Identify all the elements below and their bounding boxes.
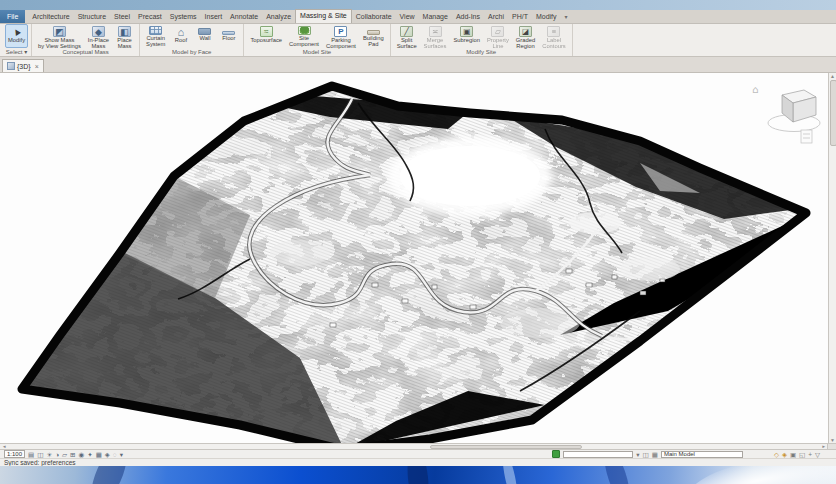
- panel-label-model-site[interactable]: Model Site: [247, 48, 386, 56]
- scroll-right-icon[interactable]: ►: [822, 444, 826, 449]
- tab-archi[interactable]: Archi: [484, 11, 508, 23]
- selection-toggles: ◇ ◈ ▣ ◱ + ▽: [774, 451, 820, 458]
- ribbon-overflow-icon[interactable]: ▾: [561, 11, 572, 23]
- panel-label-conceptual-mass[interactable]: Conceptual Mass: [35, 48, 136, 56]
- select-by-face-icon[interactable]: ◱: [799, 451, 805, 458]
- parking-component-button[interactable]: P Parking Component: [323, 24, 359, 48]
- panel-model-by-face: Curtain System ⌂ Roof Wall Floor: [140, 24, 244, 56]
- tab-modify[interactable]: Modify: [532, 11, 561, 23]
- status-bar: Sync saved: preferences: [0, 458, 836, 466]
- scroll-up-icon[interactable]: ▲: [829, 73, 836, 79]
- curtain-system-icon: [149, 26, 162, 35]
- active-workset-select[interactable]: [563, 451, 633, 458]
- tab-structure[interactable]: Structure: [74, 11, 110, 23]
- select-pinned-icon[interactable]: ▣: [790, 451, 796, 458]
- control-bar-expand-icon[interactable]: ▾: [120, 451, 123, 458]
- tab-architecture[interactable]: Architecture: [28, 11, 73, 23]
- graded-region-icon: ◪: [519, 26, 532, 37]
- tab-insert[interactable]: Insert: [201, 11, 227, 23]
- tab-collaborate[interactable]: Collaborate: [352, 11, 396, 23]
- workset-caret-icon[interactable]: ▾: [636, 451, 639, 458]
- detail-level-icon[interactable]: ▤: [28, 451, 34, 458]
- panel-label-select[interactable]: Select ▾: [5, 48, 28, 56]
- shadows-icon[interactable]: ◑: [55, 451, 59, 458]
- in-place-mass-button[interactable]: ◆ In-Place Mass: [85, 24, 112, 48]
- show-mass-icon: ◩: [53, 26, 66, 37]
- vertical-scrollbar[interactable]: ▲ ▼: [828, 73, 836, 443]
- tab-massing-site[interactable]: Massing & Site: [295, 9, 352, 23]
- wallpaper-streak: [500, 466, 520, 484]
- show-mass-button[interactable]: ◩ Show Mass by View Settings: [35, 24, 84, 48]
- toposurface-icon: ≈: [260, 26, 273, 37]
- tab-manage[interactable]: Manage: [419, 11, 452, 23]
- view-tab-3d[interactable]: {3D} ×: [2, 59, 44, 72]
- tab-view[interactable]: View: [396, 11, 419, 23]
- view-scale-button[interactable]: 1:100: [4, 450, 25, 458]
- tab-steel[interactable]: Steel: [110, 11, 134, 23]
- tab-annotate[interactable]: Annotate: [226, 11, 262, 23]
- navigation-bar[interactable]: [801, 130, 812, 143]
- panel-label-model-by-face[interactable]: Model by Face: [143, 48, 240, 56]
- design-options-icon[interactable]: ▦: [652, 451, 658, 458]
- svg-text:⌂: ⌂: [752, 84, 758, 95]
- toposurface-button[interactable]: ≈ Toposurface: [247, 24, 285, 48]
- tab-systems[interactable]: Systems: [166, 11, 201, 23]
- property-line-icon: ▱: [491, 26, 504, 37]
- tab-add-ins[interactable]: Add-Ins: [452, 11, 484, 23]
- viewcube[interactable]: ⌂: [752, 84, 820, 132]
- panel-modify-site: ╱ Split Surface ≍ Merge Surfaces ▣ Subre…: [391, 24, 573, 56]
- tab-file[interactable]: File: [0, 10, 25, 23]
- visual-style-icon[interactable]: ◫: [37, 451, 43, 458]
- close-view-icon[interactable]: ×: [35, 63, 39, 70]
- roof-button[interactable]: ⌂ Roof: [169, 24, 192, 48]
- place-mass-button[interactable]: ◧ Place Mass: [113, 24, 136, 48]
- select-underlay-icon[interactable]: ◈: [782, 451, 787, 458]
- temporary-view-properties-icon[interactable]: ▦: [96, 451, 102, 458]
- scroll-left-icon[interactable]: ◄: [2, 444, 6, 449]
- view-tab-bar: {3D} ×: [0, 57, 836, 73]
- horizontal-scroll-thumb[interactable]: [430, 445, 582, 449]
- drawing-area[interactable]: ⌂ ▲ ▼: [0, 73, 836, 443]
- editable-only-icon[interactable]: ◫: [643, 451, 649, 458]
- curtain-system-button[interactable]: Curtain System: [143, 24, 168, 48]
- design-options-select[interactable]: Main Model: [661, 451, 743, 458]
- tab-analyze[interactable]: Analyze: [262, 11, 295, 23]
- wallpaper-streak: [405, 466, 431, 484]
- site-component-button[interactable]: Site Component: [286, 24, 322, 48]
- parking-icon: P: [334, 26, 347, 37]
- graded-region-button[interactable]: ◪ Graded Region: [513, 24, 538, 48]
- desktop-wallpaper-top: [0, 0, 836, 10]
- split-surface-button[interactable]: ╱ Split Surface: [394, 24, 420, 48]
- vertical-scroll-thumb[interactable]: [830, 80, 836, 146]
- subregion-button[interactable]: ▣ Subregion: [451, 24, 483, 48]
- status-text: Sync saved: preferences: [4, 459, 76, 466]
- hide-analytical-model-icon[interactable]: ◈: [105, 451, 110, 458]
- reveal-constraints-icon[interactable]: ◌: [113, 451, 117, 458]
- temporary-hide-isolate-icon[interactable]: ◉: [79, 451, 85, 458]
- roof-icon: ⌂: [174, 26, 187, 37]
- select-links-icon[interactable]: ◇: [774, 451, 779, 458]
- drag-on-selection-icon[interactable]: +: [808, 451, 812, 458]
- modify-button[interactable]: ▲ Modify: [5, 24, 28, 48]
- ribbon-tab-bar: File Architecture Structure Steel Precas…: [0, 10, 836, 24]
- desktop-wallpaper-bottom: [0, 466, 836, 484]
- revit-window: File Architecture Structure Steel Precas…: [0, 10, 836, 466]
- resize-grip[interactable]: [827, 444, 836, 449]
- floor-button[interactable]: Floor: [217, 24, 240, 48]
- panel-model-site: ≈ Toposurface Site Component P Parking C…: [244, 24, 390, 56]
- status-bar-controls: ▾ ◫ ▦ Main Model ◇ ◈ ▣ ◱ + ▽: [552, 450, 832, 458]
- wall-button[interactable]: Wall: [193, 24, 216, 48]
- worksharing-icon[interactable]: [552, 450, 560, 458]
- horizontal-scrollbar[interactable]: ◄ ►: [0, 443, 836, 449]
- sun-path-icon[interactable]: ☀: [46, 451, 52, 458]
- filter-icon[interactable]: ▽: [815, 451, 820, 458]
- reveal-hidden-elements-icon[interactable]: ✦: [87, 451, 92, 458]
- panel-select: ▲ Modify Select ▾: [2, 24, 32, 56]
- tab-pht[interactable]: PH/T: [508, 11, 532, 23]
- tab-precast[interactable]: Precast: [134, 11, 166, 23]
- building-pad-button[interactable]: Building Pad: [360, 24, 387, 48]
- crop-view-icon[interactable]: ▱: [62, 451, 67, 458]
- toposurface-3d-view: ⌂: [0, 73, 828, 443]
- show-crop-region-icon[interactable]: ⊞: [70, 451, 75, 458]
- label-contours-button: ≡ Label Contours: [539, 24, 569, 48]
